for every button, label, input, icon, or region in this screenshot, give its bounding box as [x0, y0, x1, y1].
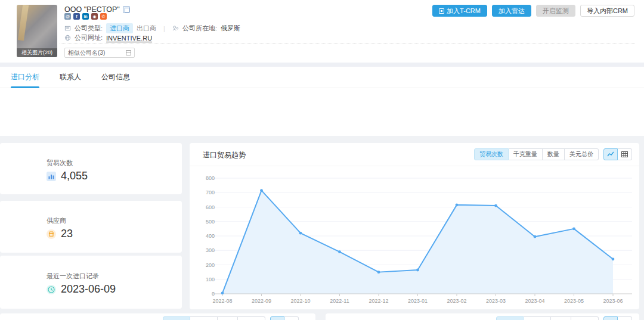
svg-text:2022-11: 2022-11: [330, 298, 349, 304]
svg-text:400: 400: [206, 233, 215, 239]
metric-button[interactable]: [524, 316, 551, 320]
svg-text:2023-06: 2023-06: [603, 298, 623, 304]
website-link[interactable]: INVENTIVE.RU: [106, 35, 152, 42]
company-type-label: 公司类型:: [75, 24, 103, 33]
svg-text:100: 100: [206, 276, 215, 282]
view-toggle-group: [603, 316, 632, 320]
tab-contacts[interactable]: 联系人: [60, 67, 81, 88]
svg-text:2022-09: 2022-09: [252, 298, 271, 304]
filter-section: 其他筛选: 2022-06-27 2023-06-26 全部产品 ∨ 全部HS编…: [0, 88, 644, 136]
importer-tag[interactable]: 进口商: [106, 23, 133, 33]
line-chart-icon[interactable]: [270, 316, 284, 320]
at-icon[interactable]: @: [64, 13, 71, 20]
metric-toggle-group: [496, 316, 599, 320]
chart-controls: [163, 316, 299, 320]
stat-value-row: 23: [47, 228, 73, 240]
svg-text:2023-05: 2023-05: [564, 298, 584, 304]
svg-text:300: 300: [206, 247, 215, 253]
panel-icon: [126, 50, 131, 55]
stat-label: 最近一次进口记录: [47, 272, 99, 281]
company-name: OOO "PECTOP": [64, 5, 130, 14]
table-icon[interactable]: [618, 316, 632, 320]
facebook-icon[interactable]: f: [73, 13, 80, 20]
svg-text:2022-12: 2022-12: [369, 298, 388, 304]
view-toggle-group: [603, 148, 632, 160]
section-band: [0, 63, 644, 67]
svg-text:200: 200: [206, 262, 215, 268]
svg-text:800: 800: [206, 175, 215, 181]
svg-text:2023-01: 2023-01: [408, 298, 428, 304]
metric-button[interactable]: [571, 316, 599, 320]
exporter-tag[interactable]: 出口商: [137, 24, 156, 33]
stat-label: 供应商: [47, 216, 66, 225]
social-links: @ f in ◉ ✆: [64, 13, 107, 20]
svg-text:2023-02: 2023-02: [447, 298, 466, 304]
svg-text:600: 600: [206, 204, 215, 210]
t-crm-icon: [439, 8, 444, 14]
add-radar-button[interactable]: 加入雷达: [492, 5, 531, 17]
stat-card-trade-count: 贸易次数 4,055: [0, 143, 182, 194]
import-trend-card: 进口贸易趋势 贸易次数 千克重量 数量 美元总价 010020030040050…: [190, 143, 639, 309]
stat-value: 2023-06-09: [61, 283, 116, 296]
stat-value: 4,055: [61, 170, 88, 182]
import-internal-crm-button[interactable]: 导入内部CRM: [580, 5, 634, 17]
bottom-left-analysis-card: [0, 313, 315, 320]
location-icon: [172, 25, 179, 32]
bar-chart-icon: [47, 172, 56, 181]
copy-icon[interactable]: [123, 6, 130, 13]
website-label: 公司网址:: [75, 33, 103, 42]
metric-button[interactable]: [163, 316, 190, 320]
similar-companies-button[interactable]: 相似公司名(3): [64, 48, 135, 58]
card-header-divider: [190, 166, 639, 166]
metric-button[interactable]: [238, 316, 265, 320]
start-monitoring-button[interactable]: 开启监测: [536, 5, 575, 17]
stat-card-suppliers: 供应商 23: [0, 201, 182, 253]
chart-title: 进口贸易趋势: [203, 150, 246, 160]
svg-text:2022-10: 2022-10: [290, 298, 310, 304]
content-area: 贸易次数 4,055 供应商 23 最近一次进口记录 2023-06-09 进口…: [0, 136, 644, 320]
stat-value-row: 2023-06-09: [47, 283, 116, 296]
stat-value: 23: [61, 228, 73, 240]
chart-controls: [496, 316, 632, 320]
related-images-label[interactable]: 相关图片(20): [17, 48, 57, 57]
building-icon: [64, 25, 71, 32]
main-tabs: 进口分析 联系人 公司信息: [0, 67, 644, 88]
metric-trade-count[interactable]: 贸易次数: [474, 148, 509, 160]
clock-icon: [47, 285, 56, 294]
bottom-right-analysis-card: [326, 313, 639, 320]
line-chart-icon[interactable]: [603, 316, 618, 320]
tab-company-info[interactable]: 公司信息: [101, 67, 130, 88]
company-header: 相关图片(20) OOO "PECTOP" @ f in ◉ ✆ 公司类型: 进…: [0, 0, 644, 63]
divider: |: [163, 25, 165, 32]
metric-button[interactable]: [190, 316, 218, 320]
metric-button[interactable]: [551, 316, 571, 320]
metric-button[interactable]: [496, 316, 524, 320]
shop-icon: [47, 229, 56, 239]
metric-quantity[interactable]: 数量: [543, 148, 565, 160]
svg-text:2023-04: 2023-04: [525, 298, 544, 304]
metric-button[interactable]: [218, 316, 238, 320]
add-tcrm-button[interactable]: 加入T-CRM: [432, 5, 487, 17]
table-icon[interactable]: [284, 316, 299, 320]
company-photo[interactable]: 相关图片(20): [17, 5, 57, 57]
stat-label: 贸易次数: [47, 159, 73, 167]
table-icon[interactable]: [618, 148, 632, 160]
stat-value-row: 4,055: [47, 170, 88, 182]
svg-text:500: 500: [206, 219, 215, 225]
metric-toggle-group: 贸易次数 千克重量 数量 美元总价: [474, 148, 599, 160]
metric-usd-total[interactable]: 美元总价: [565, 148, 599, 160]
photo-decor: [18, 5, 29, 41]
import-trend-chart: 01002003004005006007008002022-082022-092…: [190, 167, 639, 307]
phone-icon[interactable]: ✆: [100, 13, 107, 20]
linkedin-icon[interactable]: in: [82, 13, 89, 20]
line-chart-icon[interactable]: [603, 148, 618, 160]
metric-kg-weight[interactable]: 千克重量: [509, 148, 543, 160]
header-divider: [60, 43, 635, 44]
stat-card-last-import: 最近一次进口记录 2023-06-09: [0, 256, 182, 309]
svg-text:2022-08: 2022-08: [212, 298, 232, 304]
header-actions: 加入T-CRM 加入雷达 开启监测 导入内部CRM: [432, 5, 634, 17]
tab-import-analysis[interactable]: 进口分析: [11, 67, 39, 88]
instagram-icon[interactable]: ◉: [91, 13, 98, 20]
location-label: 公司所在地:: [182, 24, 217, 33]
chart-controls: 贸易次数 千克重量 数量 美元总价: [474, 148, 632, 160]
